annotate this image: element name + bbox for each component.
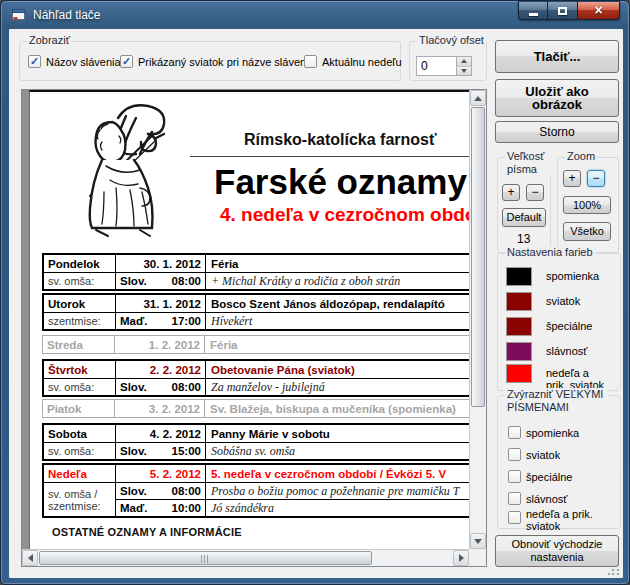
color-swatch-specialne[interactable]	[506, 317, 532, 336]
parish-name: Rímsko-katolícka farnosť	[244, 131, 437, 149]
color-swatch-slavnost[interactable]	[506, 342, 532, 361]
color-swatch-spomienka[interactable]	[506, 267, 532, 286]
color-row-spomienka: spomienka	[506, 267, 599, 286]
print-preview-window: Náhľad tlače × Zobraziť ✓ Názov slávenia…	[0, 0, 630, 585]
header-rule	[190, 156, 469, 157]
group-highlight-caps-label: Zvýrazniť VEĽKÝMI PÍSMENAMI	[505, 388, 609, 414]
checkbox-label: sviatok	[526, 449, 560, 461]
maximize-icon	[558, 7, 567, 15]
checkbox-caps-sviatok[interactable]: sviatok	[508, 448, 560, 461]
mass-label-line2: szentmise:	[48, 500, 115, 512]
mass-language: Slov.	[120, 381, 147, 393]
color-label: sviatok	[546, 292, 580, 307]
day-block-monday: Pondelok 30. 1. 2012 Féria sv. omša: Slo…	[42, 253, 469, 291]
color-swatch-sviatok[interactable]	[506, 292, 532, 311]
side-panel: Tlačiť... Uložiť ako obrázok Storno Veľk…	[495, 40, 623, 570]
mass-intention: Za manželov - jubilejná	[206, 379, 469, 395]
day-date: 3. 2. 2012	[115, 400, 205, 417]
maximize-button[interactable]	[548, 1, 577, 20]
day-title: Bosco Szent János áldozópap, rendalapító	[206, 295, 469, 312]
checkbox-label: spomienka	[526, 427, 579, 439]
scroll-down-button[interactable]	[470, 533, 486, 549]
mass-language: Slov.	[120, 275, 147, 287]
vertical-scrollbar[interactable]	[469, 90, 486, 549]
mass-intention: + Michal Krátky a rodičia z oboh strán	[206, 273, 469, 289]
caption-buttons: ×	[518, 1, 620, 20]
client-area: Zobraziť ✓ Názov slávenia ✓ Prikázaný sv…	[9, 29, 623, 578]
close-button[interactable]: ×	[577, 1, 620, 20]
day-date: 4. 2. 2012	[116, 425, 206, 442]
vertical-scrollbar-thumb[interactable]	[471, 107, 485, 407]
spinner-down-button[interactable]	[457, 67, 471, 76]
mass-time: 15:00	[172, 445, 201, 457]
print-offset-spinner	[456, 56, 472, 76]
font-size-default-button[interactable]: Default	[502, 208, 546, 227]
reset-defaults-button[interactable]: Obnoviť východzie nastavenia	[495, 535, 619, 567]
font-size-value: 13	[517, 232, 530, 246]
window-title: Náhľad tlače	[33, 8, 101, 22]
checkbox-label: Aktuálnu nedeľu	[322, 56, 402, 68]
checkbox-label: Prikázaný sviatok pri názve slávenia	[138, 56, 315, 68]
horizontal-scrollbar[interactable]	[22, 549, 469, 566]
save-as-image-button[interactable]: Uložiť ako obrázok	[495, 79, 619, 117]
checkbox-holy-day-of-obligation[interactable]: ✓ Prikázaný sviatok pri názve slávenia	[120, 55, 315, 68]
mass-label: sv. omša / szentmise:	[44, 483, 116, 516]
zoom-in-button[interactable]: +	[563, 170, 581, 187]
checkbox-caps-spomienka[interactable]: spomienka	[508, 426, 579, 439]
zoom-100-button[interactable]: 100%	[563, 196, 611, 214]
checkbox-current-sunday[interactable]: Aktuálnu nedeľu	[304, 55, 402, 68]
zoom-fit-all-button[interactable]: Všetko	[563, 222, 611, 241]
arrow-up-icon	[474, 96, 482, 101]
color-label: nedeľa a prik. sviatok	[546, 364, 610, 391]
color-row-specialne: špeciálne	[506, 317, 592, 336]
checkbox-caps-nedela[interactable]: nedeľa a prik. sviatok	[508, 508, 612, 532]
arrow-down-icon	[474, 539, 482, 544]
checkbox-label: slávnosť	[526, 493, 567, 505]
color-label: slávnosť	[546, 342, 587, 357]
mass-language: Maď.	[120, 502, 147, 514]
scroll-right-button[interactable]	[453, 550, 469, 566]
day-name: Sobota	[44, 425, 116, 442]
other-announcements-heading: OSTATNÉ OZNAMY A INFORMÁCIE	[52, 526, 242, 538]
print-offset-stepper	[416, 56, 472, 76]
color-label: spomienka	[546, 267, 599, 282]
resize-grip[interactable]	[608, 563, 620, 575]
checkbox-icon: ✓	[28, 55, 41, 68]
mass-label-line1: sv. omša /	[48, 488, 115, 500]
group-print-offset-label: Tlačový ofset	[417, 34, 486, 47]
titlebar[interactable]: Náhľad tlače ×	[1, 1, 629, 29]
checkbox-celebration-name[interactable]: ✓ Názov slávenia	[28, 55, 121, 68]
color-swatch-nedela[interactable]	[506, 364, 532, 383]
scrollbar-corner	[469, 549, 486, 566]
document-subtitle: 4. nedeľa v cezročnom období	[220, 204, 469, 226]
arrow-left-icon	[28, 554, 33, 562]
spinner-down-icon	[461, 69, 467, 73]
day-title: Panny Márie v sobotu	[206, 425, 469, 442]
font-size-increase-button[interactable]: +	[502, 184, 520, 201]
app-icon	[11, 7, 27, 23]
font-size-decrease-button[interactable]: −	[526, 184, 544, 201]
scroll-left-button[interactable]	[22, 550, 38, 566]
horizontal-scrollbar-thumb[interactable]	[39, 551, 372, 565]
minimize-button[interactable]	[518, 1, 548, 20]
mass-label: sv. omša:	[44, 379, 116, 395]
mass-language: Slov.	[120, 445, 147, 457]
print-button[interactable]: Tlačiť...	[495, 40, 619, 73]
checkbox-caps-specialne[interactable]: špeciálne	[508, 470, 572, 483]
cancel-button[interactable]: Storno	[495, 121, 619, 143]
checkbox-icon	[508, 511, 521, 524]
print-offset-input[interactable]	[416, 56, 456, 76]
preview-area: Rímsko-katolícka farnosť Farské oznamy 4…	[21, 89, 487, 567]
day-title: Sv. Blažeja, biskupa a mučeníka (spomien…	[205, 400, 469, 417]
document-page: Rímsko-katolícka farnosť Farské oznamy 4…	[29, 90, 469, 549]
mass-label: sv. omša:	[44, 443, 116, 459]
checkbox-caps-slavnost[interactable]: slávnosť	[508, 492, 567, 505]
spinner-up-button[interactable]	[457, 57, 471, 67]
mass-intention: Hívekért	[206, 313, 469, 329]
arrow-right-icon	[459, 554, 464, 562]
day-title: Obetovanie Pána (sviatok)	[206, 361, 469, 378]
group-zoom: Zoom + − 100% Všetko	[557, 157, 619, 253]
zoom-out-button[interactable]: −	[587, 170, 605, 187]
scroll-up-button[interactable]	[470, 90, 486, 106]
day-title: Féria	[205, 336, 469, 353]
